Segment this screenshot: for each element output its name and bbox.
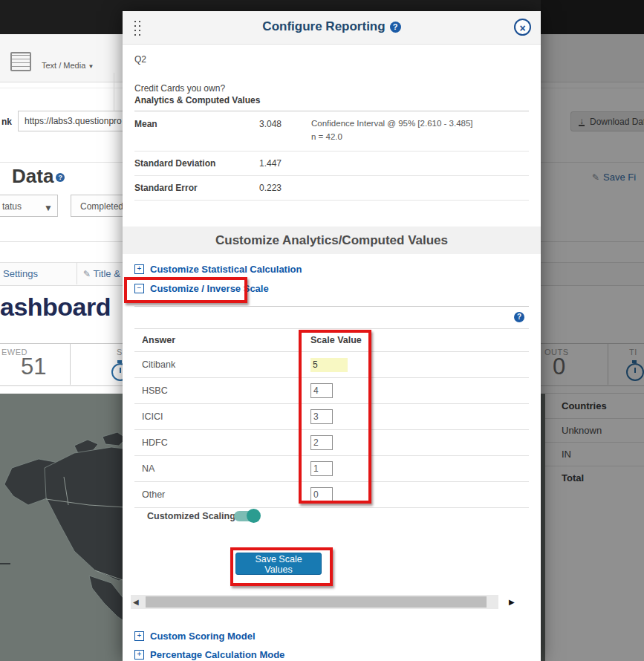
stat-row-mean: Mean 3.048 Confidence Interval @ 95% [2.… (134, 112, 529, 152)
toolbar-divider (114, 73, 114, 114)
download-data-label: Download Data (590, 117, 644, 127)
customize-section-header: Customize Analytics/Computed Values (123, 227, 541, 254)
expand-icon: + (134, 650, 144, 660)
table-row: ICICI (134, 404, 529, 430)
table-row: NA (134, 456, 529, 482)
save-filter-label: Save Fi (603, 172, 636, 183)
dialog-title: Configure Reporting? (123, 19, 541, 34)
expand-icon: + (134, 631, 144, 641)
caret-down-icon: ▼ (44, 203, 53, 213)
scale-value-table: Answer Scale Value Citibank HSBC ICICI H… (134, 328, 529, 508)
answer-label: Other (134, 489, 310, 500)
stat-value: 3.048 (259, 119, 311, 144)
customize-inverse-scale-label: Customize / Inverse Scale (150, 283, 269, 294)
customize-statistical-link[interactable]: + Customize Statistical Calculation (134, 264, 302, 275)
scale-value-input-hsbc[interactable] (310, 383, 333, 398)
text-media-icon (10, 52, 31, 71)
scroll-right-icon[interactable]: ▶ (509, 598, 515, 606)
stat-label: Standard Deviation (134, 158, 259, 169)
horizontal-scrollbar-thumb[interactable] (146, 596, 487, 608)
confidence-interval: Confidence Interval @ 95% [2.610 - 3.485… (311, 119, 473, 128)
table-row: Citibank (134, 352, 529, 378)
stat-viewed-value: 51 (21, 354, 46, 380)
countries-header: Countries (545, 394, 644, 419)
scroll-left-icon[interactable]: ◀ (133, 598, 139, 606)
toggle-knob (247, 509, 261, 523)
stat-row-stderr: Standard Error 0.223 (134, 176, 529, 201)
tab-divider (77, 262, 77, 284)
scale-column-header: Scale Value (310, 335, 529, 345)
scale-value-input-citibank[interactable] (310, 358, 348, 372)
table-row: Other (134, 482, 529, 508)
stat-cell-divider (70, 343, 71, 385)
dashboard-title: ashboard (0, 293, 111, 322)
stat-value: 0.223 (259, 183, 311, 193)
help-icon[interactable]: ? (56, 173, 65, 182)
stopwatch-icon (626, 363, 644, 381)
customize-inverse-scale-link[interactable]: − Customize / Inverse Scale (134, 283, 269, 294)
countries-total-row: Total (545, 466, 644, 489)
data-section-title: Data? (12, 165, 65, 188)
caret-down-icon: ▼ (88, 63, 94, 70)
app-root: Text / Media ▼ nk ↓ Download Data Data? … (0, 0, 644, 661)
custom-scoring-model-label: Custom Scoring Model (150, 631, 256, 642)
stat-detail: Confidence Interval @ 95% [2.610 - 3.485… (311, 117, 473, 144)
answer-column-header: Answer (134, 335, 310, 345)
stat-label: Standard Error (134, 183, 259, 193)
save-scale-values-button[interactable]: Save Scale Values (235, 553, 322, 575)
text-media-label: Text / Media (42, 61, 85, 70)
scale-value-input-na[interactable] (310, 461, 333, 476)
data-title-text: Data (12, 165, 53, 187)
scale-value-input-icici[interactable] (310, 409, 333, 424)
tab-settings[interactable]: Settings (3, 268, 38, 279)
scale-value-input-hdfc[interactable] (310, 435, 333, 450)
stat-label: Mean (134, 119, 259, 144)
analytics-header: Analytics & Computed Values (134, 95, 529, 111)
pencil-icon: ✎ (83, 269, 91, 279)
dialog-title-text: Configure Reporting (262, 19, 385, 33)
scale-value-input-other[interactable] (310, 487, 333, 502)
question-code: Q2 (134, 54, 146, 65)
save-filter-link[interactable]: ✎ Save Fi (592, 172, 636, 183)
stat-value: 1.447 (259, 158, 311, 169)
close-icon[interactable]: × (514, 19, 531, 36)
customized-scaling-label: Customized Scaling (147, 511, 235, 521)
dialog-header: Configure Reporting? × (123, 11, 541, 45)
stat-partial-label: S (117, 348, 123, 356)
sample-size: n = 42.0 (311, 132, 342, 141)
status-filter-value: tatus (2, 201, 22, 212)
country-row: IN (545, 443, 644, 466)
status-filter-dropdown[interactable]: tatus ▼ (0, 195, 58, 217)
answer-label: HDFC (134, 437, 310, 448)
stat-time-label: TI (629, 348, 637, 356)
text-media-button[interactable]: Text / Media ▼ (42, 61, 94, 70)
question-text: Credit Cards you own? (134, 83, 225, 94)
countries-card: Countries Unknown IN Total (545, 393, 644, 661)
answer-label: Citibank (134, 359, 310, 370)
customize-statistical-label: Customize Statistical Calculation (150, 264, 302, 275)
table-row: HSBC (134, 378, 529, 404)
download-data-button[interactable]: ↓ Download Data (570, 111, 644, 131)
help-icon[interactable]: ? (390, 22, 401, 33)
customized-scaling-toggle[interactable] (234, 511, 259, 521)
stat-row-stddev: Standard Deviation 1.447 (134, 152, 529, 176)
stat-cell-divider (608, 343, 608, 385)
pencil-icon: ✎ (592, 172, 599, 183)
configure-reporting-dialog: Configure Reporting? × Q2 Credit Cards y… (123, 11, 541, 661)
download-icon: ↓ (579, 117, 585, 126)
analytics-stats-table: Mean 3.048 Confidence Interval @ 95% [2.… (134, 112, 529, 201)
completed-filter-value: Completed (80, 201, 123, 212)
tab-title-logo[interactable]: ✎ Title & L (83, 268, 129, 279)
answer-label: HSBC (134, 385, 310, 396)
divider (134, 306, 529, 307)
scale-table-header: Answer Scale Value (134, 328, 529, 352)
help-icon[interactable]: ? (514, 312, 524, 322)
stat-dropouts-value: 0 (553, 354, 565, 380)
answer-label: ICICI (134, 411, 310, 422)
custom-scoring-model-link[interactable]: + Custom Scoring Model (134, 631, 256, 642)
percentage-calculation-mode-label: Percentage Calculation Mode (150, 649, 284, 660)
expand-icon: + (134, 264, 144, 274)
survey-link-label: nk (1, 117, 12, 127)
country-row: Unknown (545, 419, 644, 443)
percentage-calculation-mode-link[interactable]: + Percentage Calculation Mode (134, 649, 284, 660)
